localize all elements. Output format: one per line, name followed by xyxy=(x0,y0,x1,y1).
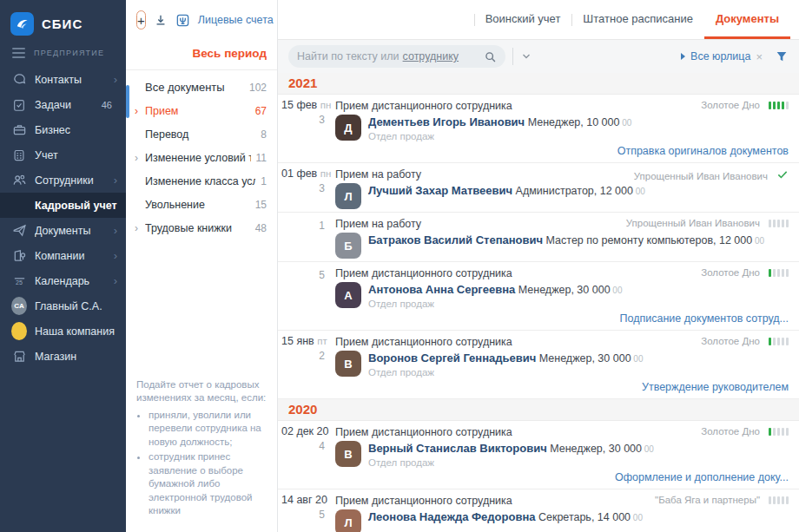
employee-name-link[interactable]: Леонова Надежда Федоровна xyxy=(368,510,535,523)
person-info: Батраков Василий Степанович Мастер по ре… xyxy=(368,233,764,259)
stage-action-link[interactable]: Отправка оригиналов документов xyxy=(617,145,789,157)
sidebar-item-label: Наша компания xyxy=(35,325,117,338)
all-legal-entities-link[interactable]: Все юрлица xyxy=(690,50,750,62)
document-row[interactable]: 5Прием дистанционного сотрудникаААнтонов… xyxy=(278,262,799,312)
employee-avatar[interactable]: А xyxy=(335,282,361,308)
search-icon[interactable] xyxy=(484,50,497,63)
sidebar-item-документы[interactable]: Документы› xyxy=(0,218,126,243)
document-row[interactable]: 15 фев пн3Прием дистанционного сотрудник… xyxy=(278,95,799,144)
search-options-chevron-icon[interactable] xyxy=(520,50,532,62)
salary-cents: 00 xyxy=(619,118,631,128)
sidebar-item-контакты[interactable]: Контакты› xyxy=(0,67,126,92)
clear-entity-filter-icon[interactable]: × xyxy=(756,50,763,63)
enterprise-menu[interactable]: ПРЕДПРИЯТИЕ xyxy=(0,44,126,67)
add-document-button[interactable]: + xyxy=(136,10,146,30)
employee-name-link[interactable]: Верный Станислав Викторович xyxy=(368,442,547,455)
stage-progress-bars xyxy=(769,496,789,504)
search-row: Найти по тексту или сотруднику Все юрлиц… xyxy=(278,40,799,73)
attachment-count: 5 xyxy=(281,269,325,281)
enterprise-label: ПРЕДПРИЯТИЕ xyxy=(34,49,104,57)
period-row: Весь период xyxy=(126,40,277,69)
employee-name-link[interactable]: Лучший Захар Матвеевич xyxy=(368,184,512,197)
document-row[interactable]: 15 янв пт2Прием дистанционного сотрудник… xyxy=(278,331,799,380)
employee-avatar[interactable]: Л xyxy=(335,509,361,532)
search-input[interactable]: Найти по тексту или сотруднику xyxy=(288,45,505,68)
sidebar-item-наша-компания[interactable]: Наша компания xyxy=(0,319,126,344)
attachment-count: 3 xyxy=(281,182,325,194)
tasks-count-badge: 46 xyxy=(102,100,112,110)
company-logo xyxy=(11,324,27,339)
filter-count: 8 xyxy=(261,128,267,141)
name-line: Дементьев Игорь Иванович Менеджер, 10 00… xyxy=(368,115,631,129)
period-filter-link[interactable]: Весь период xyxy=(193,47,267,60)
name-line: Воронов Сергей Геннадьевич Менеджер, 30 … xyxy=(368,351,644,365)
name-line: Леонова Надежда Федоровна Секретарь, 14 … xyxy=(368,510,643,524)
document-row[interactable]: 1Прием на работуББатраков Василий Степан… xyxy=(278,213,799,261)
filter-item[interactable]: ›Трудовые книжки48 xyxy=(126,216,277,240)
stage-action-link[interactable]: Подписание документов сотруд... xyxy=(620,312,789,325)
filter-label: Изменение класса условий xyxy=(145,175,255,187)
chevron-right-icon: › xyxy=(135,105,145,117)
employee-name-link[interactable]: Антонова Анна Сергеевна xyxy=(368,283,515,296)
accounts-badge-icon[interactable] xyxy=(175,12,190,28)
document-item: 01 фев пн3Прием на работуЛЛучший Захар М… xyxy=(278,163,799,213)
sidebar-item-календарь[interactable]: 25Календарь› xyxy=(0,268,126,293)
sidebar-item-учет[interactable]: Учет xyxy=(0,142,126,167)
employee-name-link[interactable]: Дементьев Игорь Иванович xyxy=(368,115,525,128)
sidebar-item-сотрудники[interactable]: Сотрудники› xyxy=(0,167,126,193)
filter-count: 102 xyxy=(249,82,267,94)
download-icon[interactable] xyxy=(154,12,168,28)
employee-name-link[interactable]: Батраков Василий Степанович xyxy=(368,233,543,246)
filter-item[interactable]: ›Изменение условий труда11 xyxy=(126,146,277,169)
sidebar-item-кадровый-учет[interactable]: Кадровый учет xyxy=(0,193,126,218)
employee-avatar[interactable]: В xyxy=(335,351,361,377)
employee-avatar[interactable]: Д xyxy=(335,115,361,141)
briefcase-icon xyxy=(11,122,27,138)
year-group-header: 2020 xyxy=(278,399,799,421)
sbis-bird-icon xyxy=(10,12,34,36)
tab-2[interactable]: Штатное расписание xyxy=(571,0,704,39)
person-line: ДДементьев Игорь Иванович Менеджер, 10 0… xyxy=(335,115,790,141)
document-item: 5Прием дистанционного сотрудникаААнтонов… xyxy=(278,262,799,331)
salary-cents: 00 xyxy=(633,187,645,196)
tab-1[interactable]: Воинский учет xyxy=(474,0,572,39)
sidebar-item-компании[interactable]: Компании› xyxy=(0,243,126,268)
tab-3[interactable]: Документы xyxy=(704,0,790,39)
note-title: Подайте отчет о кадровых изменениях за м… xyxy=(136,378,267,405)
employee-name-link[interactable]: Воронов Сергей Геннадьевич xyxy=(368,351,536,365)
document-date: 15 янв пт xyxy=(281,335,325,347)
document-row[interactable]: 14 авг 205Прием дистанционного сотрудник… xyxy=(278,489,799,532)
stage-action-link[interactable]: Оформление и дополнение доку... xyxy=(615,471,789,483)
sidebar-item-label: Учет xyxy=(35,149,117,161)
document-row[interactable]: 02 дек 204Прием дистанционного сотрудник… xyxy=(278,421,799,470)
filter-item[interactable]: Перевод8 xyxy=(126,122,277,146)
date-column: 02 дек 204 xyxy=(281,425,335,468)
filter-item[interactable]: Увольнение15 xyxy=(126,193,277,216)
person-info: Верный Станислав Викторович Менеджер, 30… xyxy=(368,441,654,468)
date-text: 15 янв xyxy=(281,335,317,347)
sidebar-item-главный-с-а-[interactable]: САГлавный С.А. xyxy=(0,293,126,319)
content-area: Воинский учетШтатное расписаниеДокументы… xyxy=(278,0,799,532)
sidebar-item-задачи[interactable]: Задачи46 xyxy=(0,92,126,117)
stage-action-link[interactable]: Утверждение руководителем xyxy=(642,381,789,393)
sidebar-item-бизнес[interactable]: Бизнес xyxy=(0,117,126,142)
tasks-icon xyxy=(11,97,27,113)
salary-cents: 00 xyxy=(631,513,643,522)
filter-item[interactable]: ›Прием67 xyxy=(126,99,277,122)
document-row[interactable]: 01 фев пн3Прием на работуЛЛучший Захар М… xyxy=(278,163,799,212)
year-group-header: 2021 xyxy=(278,73,799,95)
date-suffix: пн xyxy=(320,168,332,179)
sidebar-item-магазин[interactable]: Магазин xyxy=(0,344,126,369)
employee-avatar[interactable]: Л xyxy=(335,183,361,209)
search-by-employee-link[interactable]: сотруднику xyxy=(403,50,459,62)
user-avatar: СА xyxy=(11,297,27,315)
person-line: ЛЛучший Захар Матвеевич Администратор, 1… xyxy=(335,183,790,209)
stage-link-line: Утверждение руководителем xyxy=(278,380,799,398)
employee-avatar[interactable]: В xyxy=(335,441,361,467)
sbis-logo[interactable]: СБИС xyxy=(0,9,126,44)
filter-item[interactable]: Изменение класса условий1 xyxy=(126,169,277,193)
filter-item[interactable]: Все документы102 xyxy=(126,76,277,99)
employee-avatar[interactable]: Б xyxy=(335,233,361,259)
filter-funnel-icon[interactable] xyxy=(775,49,789,63)
personal-accounts-link[interactable]: Лицевые счета xyxy=(198,14,274,26)
